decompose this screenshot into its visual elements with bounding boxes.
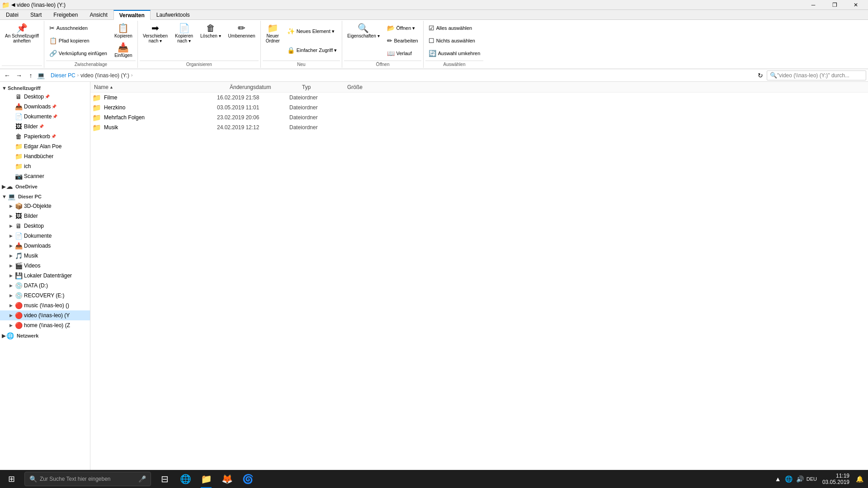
- col-header-type[interactable]: Typ: [300, 83, 345, 91]
- sidebar-label-desktop-pc: Desktop: [24, 223, 44, 229]
- sidebar-item-bilder-pc[interactable]: ▶ 🖼 Bilder: [0, 211, 90, 221]
- ribbon-group-zwischenablage: ✂ Ausschneiden 📋 Pfad kopieren 🔗 Verknüp…: [44, 21, 138, 68]
- sidebar-label-bilder-pc: Bilder: [24, 213, 38, 219]
- sidebar-item-music-nas[interactable]: ▶ 🔴 music (\\nas-leo) (): [0, 300, 90, 310]
- sidebar-label-ich: ich: [24, 163, 31, 169]
- btn-verschieben[interactable]: ➡ Verschiebennach ▾: [140, 22, 171, 45]
- pin-desktop: 📌: [45, 94, 50, 99]
- sidebar-item-data-d[interactable]: ▶ 💿 DATA (D:): [0, 281, 90, 291]
- sidebar-item-bilder-quick[interactable]: 🖼 Bilder 📌: [0, 122, 90, 131]
- btn-neuer-ordner[interactable]: 📁 NeuerOrdner: [263, 22, 283, 45]
- tab-datei[interactable]: Datei: [0, 10, 24, 20]
- minimize-button[interactable]: ─: [803, 0, 824, 10]
- btn-bearbeiten[interactable]: ✏ Bearbeiten: [384, 36, 421, 46]
- title-bar: 📁 ◀ video (\\nas-leo) (Y:) ─ ❐ ✕: [0, 0, 868, 10]
- btn-auswahl-umkehren[interactable]: 🔄 Auswahl umkehren: [425, 48, 484, 58]
- sidebar-item-recovery-e[interactable]: ▶ 💿 RECOVERY (E:): [0, 291, 90, 300]
- btn-neues-element[interactable]: ✨ Neues Element ▾: [284, 26, 340, 36]
- up-button[interactable]: ↑: [25, 70, 36, 81]
- btn-nichts-auswaehlen[interactable]: ☐ Nichts auswählen: [425, 36, 484, 46]
- table-row[interactable]: 📁 Musik 24.02.2019 12:12 Dateiordner: [90, 122, 868, 132]
- taskbar-clock[interactable]: 11:19 03.05.2019: [819, 473, 853, 485]
- taskbar-search-box[interactable]: 🔍 Zur Suche Text hier eingeben 🎤: [24, 472, 151, 486]
- close-button[interactable]: ✕: [845, 0, 866, 10]
- table-row[interactable]: 📁 Filme 16.02.2019 21:58 Dateiordner: [90, 93, 868, 103]
- tab-laufwerktools[interactable]: Laufwerktools: [151, 10, 196, 20]
- btn-kopieren-nach[interactable]: 📄 Kopierennach ▾: [172, 22, 196, 45]
- sidebar-item-lokaler[interactable]: ▶ 💾 Lokaler Datenträger: [0, 271, 90, 281]
- sidebar-item-desktop-quick[interactable]: 🖥 Desktop 📌: [0, 92, 90, 102]
- breadcrumb-current[interactable]: video (\\nas-leo) (Y:): [80, 72, 129, 79]
- taskbar-app-edge[interactable]: 🌐: [175, 470, 195, 488]
- tray-volume-icon[interactable]: 🔊: [795, 474, 805, 483]
- cut-icon: ✂: [49, 24, 55, 32]
- table-row[interactable]: 📁 Mehrfach Folgen 23.02.2019 20:06 Datei…: [90, 113, 868, 122]
- sidebar-item-downloads-pc[interactable]: ▶ 📥 Downloads: [0, 241, 90, 251]
- sidebar-item-scanner[interactable]: 📷 Scanner: [0, 171, 90, 181]
- btn-oeffnen[interactable]: 📂 Öffnen ▾: [384, 23, 421, 33]
- col-header-date[interactable]: Änderungsdatum: [228, 83, 300, 91]
- btn-einfacher-zugriff[interactable]: 🔒 Einfacher Zugriff ▾: [284, 45, 340, 55]
- back-button[interactable]: ←: [2, 70, 13, 81]
- sidebar-item-videos-pc[interactable]: ▶ 🎬 Videos: [0, 261, 90, 271]
- btn-verknuepfung[interactable]: 🔗 Verknüpfung einfügen: [46, 48, 110, 58]
- tab-verwalten[interactable]: Verwalten: [113, 10, 151, 20]
- tab-ansicht[interactable]: Ansicht: [84, 10, 113, 20]
- tray-chevron-icon[interactable]: ▲: [774, 474, 782, 483]
- sidebar-item-handbucher[interactable]: 📁 Handbücher: [0, 151, 90, 161]
- sidebar-item-papierkorb-quick[interactable]: 🗑 Papierkorb 📌: [0, 131, 90, 141]
- section-onedrive[interactable]: ▶ ☁ OneDrive: [0, 181, 90, 191]
- notification-icon[interactable]: 🔔: [855, 474, 864, 483]
- btn-pfad-kopieren[interactable]: 📋 Pfad kopieren: [46, 36, 110, 46]
- btn-verlauf-label: Verlauf: [396, 51, 412, 56]
- btn-pin-label: An Schnellzugriffanheften: [5, 33, 39, 43]
- sidebar-item-3d-objekte[interactable]: ▶ 📦 3D-Objekte: [0, 201, 90, 211]
- refresh-button[interactable]: ↻: [755, 70, 766, 81]
- btn-loeschen[interactable]: 🗑 Löschen ▾: [197, 22, 224, 40]
- start-button[interactable]: ⊞: [0, 470, 23, 488]
- btn-ausschneiden[interactable]: ✂ Ausschneiden: [46, 23, 110, 33]
- forward-button[interactable]: →: [14, 70, 24, 81]
- group-label-zwischenablage: Zwischenablage: [46, 61, 136, 67]
- taskbar-app-5[interactable]: 🌀: [238, 470, 258, 488]
- sidebar-item-dokumente-quick[interactable]: 📄 Dokumente 📌: [0, 112, 90, 122]
- search-box[interactable]: 🔍: [767, 70, 866, 80]
- breadcrumb[interactable]: Dieser PC › video (\\nas-leo) (Y:) ›: [47, 70, 754, 80]
- sidebar-item-dokumente-pc[interactable]: ▶ 📄 Dokumente: [0, 231, 90, 241]
- sidebar-label-3d: 3D-Objekte: [24, 203, 52, 209]
- btn-pin-schnellzugriff[interactable]: 📌 An Schnellzugriffanheften: [2, 22, 42, 45]
- maximize-button[interactable]: ❐: [824, 0, 845, 10]
- btn-kopieren[interactable]: 📋 Kopieren: [111, 22, 136, 40]
- tab-start[interactable]: Start: [24, 10, 47, 20]
- sidebar-item-home-nas[interactable]: ▶ 🔴 home (\\nas-leo) (Z: [0, 320, 90, 330]
- pin-downloads: 📌: [52, 104, 57, 109]
- sidebar-item-downloads-quick[interactable]: 📥 Downloads 📌: [0, 102, 90, 112]
- btn-verlauf[interactable]: 📖 Verlauf: [384, 48, 421, 58]
- sidebar-item-edgar[interactable]: 📁 Edgar Alan Poe: [0, 141, 90, 151]
- taskbar-app-taskview[interactable]: ⊟: [155, 470, 175, 488]
- col-header-name[interactable]: Name ▲: [92, 83, 228, 91]
- btn-einfuegen[interactable]: 📥 Einfügen: [111, 41, 136, 60]
- table-row[interactable]: 📁 Herzkino 03.05.2019 11:01 Dateiordner: [90, 103, 868, 113]
- firefox-icon: 🦊: [222, 474, 233, 484]
- section-schnellzugriff[interactable]: ▼ Schnellzugriff: [0, 84, 90, 92]
- tab-freigeben[interactable]: Freigeben: [47, 10, 84, 20]
- btn-eigenschaften[interactable]: 🔍 Eigenschaften ▾: [344, 22, 382, 40]
- section-netzwerk[interactable]: ▶ 🌐 Netzwerk: [0, 330, 90, 340]
- search-input[interactable]: [777, 72, 863, 79]
- sidebar-item-musik-pc[interactable]: ▶ 🎵 Musik: [0, 251, 90, 261]
- sidebar-item-video-nas[interactable]: ▶ 🔴 video (\\nas-leo) (Y: [0, 310, 90, 320]
- col-header-size[interactable]: Größe: [345, 83, 382, 91]
- taskbar-app-firefox[interactable]: 🦊: [217, 470, 237, 488]
- taskbar-app-explorer[interactable]: 📁: [196, 470, 216, 488]
- sidebar-item-desktop-pc[interactable]: ▶ 🖥 Desktop: [0, 221, 90, 231]
- btn-alles-auswaehlen-label: Alles auswählen: [436, 25, 472, 31]
- file-label-musik: Musik: [104, 124, 118, 131]
- breadcrumb-dieser-pc[interactable]: Dieser PC: [51, 72, 75, 79]
- btn-umbenennen[interactable]: ✏ Umbenennen: [225, 22, 259, 40]
- section-dieser-pc[interactable]: ▼ 💻 Dieser PC: [0, 191, 90, 201]
- btn-alles-auswaehlen[interactable]: ☑ Alles auswählen: [425, 23, 484, 33]
- tray-network-icon[interactable]: 🌐: [784, 474, 793, 483]
- sidebar-item-ich[interactable]: 📁 ich: [0, 161, 90, 171]
- downloads-quick-icon: 📥: [14, 103, 23, 110]
